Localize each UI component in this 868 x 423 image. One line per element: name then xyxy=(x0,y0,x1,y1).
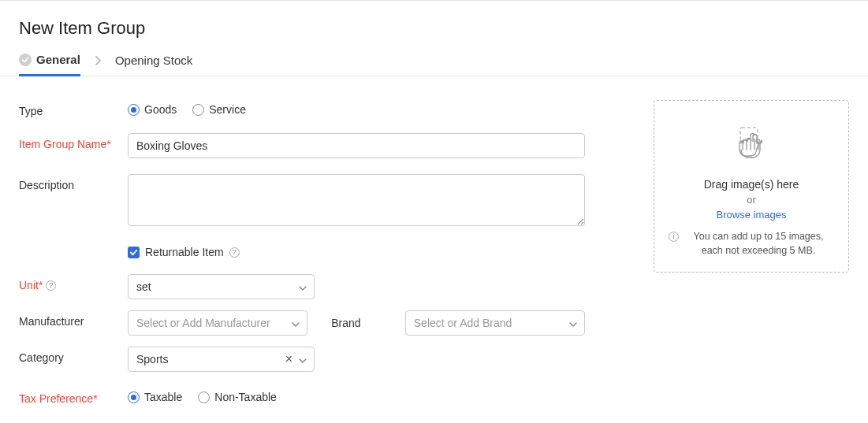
radio-taxable-label: Taxable xyxy=(144,391,182,403)
drop-hint: i You can add up to 15 images, each not … xyxy=(669,230,834,258)
drop-or-text: or xyxy=(669,194,834,206)
label-brand: Brand xyxy=(331,317,382,329)
chevron-right-icon xyxy=(95,56,101,73)
brand-select[interactable]: Select or Add Brand xyxy=(405,310,585,336)
drop-text: Drag image(s) here xyxy=(669,178,834,191)
tax-radio-group: Taxable Non-Taxable xyxy=(128,388,585,403)
radio-service[interactable]: Service xyxy=(192,103,246,116)
check-circle-icon xyxy=(19,54,32,66)
item-group-name-input[interactable] xyxy=(128,133,585,158)
info-icon: i xyxy=(669,232,679,242)
label-item-group-name: Item Group Name* xyxy=(19,133,128,150)
form-area: Type Goods Service I xyxy=(19,100,638,421)
label-category: Category xyxy=(19,347,128,364)
tab-general-label: General xyxy=(36,53,80,66)
info-icon[interactable]: ? xyxy=(229,247,240,258)
returnable-item-checkbox[interactable] xyxy=(128,247,140,258)
radio-taxable[interactable]: Taxable xyxy=(128,391,182,403)
manufacturer-select[interactable]: Select or Add Manufacturer xyxy=(128,310,307,336)
type-radio-group: Goods Service xyxy=(128,100,585,116)
image-dropzone[interactable]: Drag image(s) here or Browse images i Yo… xyxy=(654,100,849,273)
radio-service-label: Service xyxy=(209,103,246,116)
drag-hand-icon xyxy=(669,124,834,164)
browse-images-link[interactable]: Browse images xyxy=(669,209,834,221)
unit-select[interactable]: set xyxy=(128,274,315,299)
radio-goods-label: Goods xyxy=(144,103,177,116)
radio-non-taxable[interactable]: Non-Taxable xyxy=(198,391,277,403)
label-tax-preference: Tax Preference* xyxy=(19,388,128,405)
tabs-bar: General Opening Stock xyxy=(0,53,868,76)
label-description: Description xyxy=(19,174,128,191)
radio-circle-icon xyxy=(128,104,140,116)
label-unit: Unit* ? xyxy=(19,274,128,291)
radio-circle-icon xyxy=(198,391,210,403)
returnable-item-label: Returnable Item xyxy=(145,246,224,258)
tab-opening-stock[interactable]: Opening Stock xyxy=(115,54,192,75)
clear-icon[interactable]: × xyxy=(285,353,292,365)
radio-non-taxable-label: Non-Taxable xyxy=(214,391,277,403)
label-manufacturer: Manufacturer xyxy=(19,310,128,328)
tab-general[interactable]: General xyxy=(19,53,80,76)
description-textarea[interactable] xyxy=(128,174,585,226)
page-title: New Item Group xyxy=(0,1,868,53)
tab-opening-stock-label: Opening Stock xyxy=(115,54,192,67)
info-icon[interactable]: ? xyxy=(46,280,56,291)
label-type: Type xyxy=(19,100,128,117)
radio-circle-icon xyxy=(192,104,204,116)
radio-goods[interactable]: Goods xyxy=(128,103,177,116)
radio-circle-icon xyxy=(128,391,140,403)
